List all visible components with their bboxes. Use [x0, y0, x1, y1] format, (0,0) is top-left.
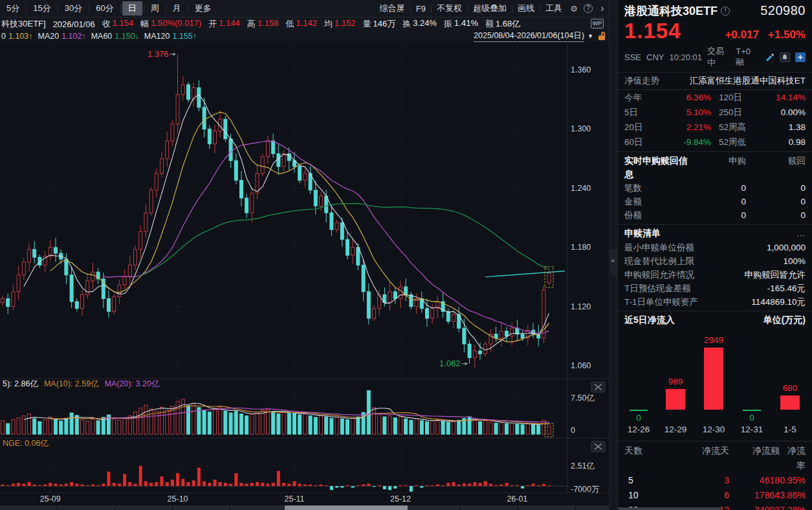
- alert-bell-icon[interactable]: [780, 52, 790, 62]
- period-tabs: 5分15分30分60分日周月更多: [0, 0, 218, 17]
- exchange-label: SSE: [624, 52, 641, 62]
- edit-pencil-icon[interactable]: [765, 52, 775, 62]
- panel-collapse-strip[interactable]: »: [609, 0, 618, 510]
- menu-item-1[interactable]: F9: [411, 3, 431, 15]
- period-tab-15分[interactable]: 15分: [27, 1, 57, 16]
- ma-item: MA201.102↑: [38, 32, 85, 41]
- inflow-zero-label: 0: [749, 413, 754, 423]
- candle-body: [298, 166, 302, 180]
- flow-bar: [12, 483, 15, 486]
- flow-bar: [28, 482, 31, 486]
- list-title: 申赎清单: [624, 228, 661, 239]
- flow-table-cell: 10: [624, 488, 658, 503]
- volume-bar: [91, 419, 94, 434]
- realtime-title: 实时申购赎回信息: [624, 154, 696, 181]
- info-field-label: 幅: [140, 18, 149, 30]
- help-icon[interactable]: ?: [584, 4, 593, 13]
- scrollbar-thumb[interactable]: [285, 505, 408, 510]
- volume-bar: [81, 420, 84, 435]
- volume-bar: [33, 419, 36, 434]
- info-field: 幅1.50%(0.017): [140, 18, 201, 30]
- period-tab-更多[interactable]: 更多: [188, 1, 218, 16]
- panel-scrollbar[interactable]: [618, 507, 721, 510]
- candle-body: [17, 275, 20, 292]
- volume-bar: [351, 418, 355, 434]
- instrument-code: 520980: [760, 3, 806, 18]
- flow-bar: [224, 483, 227, 486]
- info-field: 额1.68亿: [485, 18, 520, 30]
- close-panel-button[interactable]: [591, 441, 605, 452]
- volume-bar: [378, 414, 381, 435]
- flow-bar: [357, 485, 360, 486]
- add-watchlist-icon[interactable]: [795, 52, 806, 62]
- period-tab-30分[interactable]: 30分: [58, 1, 89, 16]
- nav-trend-row[interactable]: 净值走势 汇添富恒生港股通中国科技ET: [618, 72, 812, 90]
- flow-bar: [446, 483, 450, 486]
- flow-bar: [49, 483, 52, 486]
- flow-bar: [214, 480, 217, 486]
- flow-bar: [484, 482, 487, 486]
- more-ellipsis-icon[interactable]: …: [796, 228, 806, 239]
- volume-bar: [505, 424, 509, 435]
- indicator-tick-label: 2.51亿: [571, 461, 595, 471]
- unlock-icon[interactable]: [598, 32, 606, 41]
- flow-bar: [113, 483, 116, 486]
- menu-item-3[interactable]: 超级叠加: [468, 1, 512, 16]
- volume-bar: [320, 416, 323, 434]
- flow-bar: [192, 480, 195, 486]
- period-tab-5分[interactable]: 5分: [0, 1, 26, 16]
- quote-time: 10:20:01: [669, 52, 702, 62]
- period-tab-日[interactable]: 日: [122, 1, 142, 16]
- time-axis-label: 25-11: [284, 494, 304, 504]
- perf-label: 120日: [711, 91, 751, 104]
- chart-horizontal-scrollbar[interactable]: [0, 505, 609, 510]
- period-tab-周[interactable]: 周: [144, 1, 166, 16]
- period-tab-月[interactable]: 月: [166, 1, 188, 16]
- candle-body: [499, 331, 503, 338]
- flow-bar: [452, 482, 455, 486]
- menu-item-2[interactable]: 不复权: [432, 1, 467, 16]
- candle-body: [388, 292, 391, 303]
- range-collapse-icon[interactable]: ▼: [587, 33, 593, 39]
- flow-stats-section: 天数净流天净流额净流率 5346180.95%106178643.86%2012…: [618, 441, 812, 510]
- candle-body: [473, 351, 476, 358]
- inflow-value-label: 2949: [704, 335, 723, 345]
- ma-value: 1.103↑: [8, 32, 33, 41]
- instrument-name: 港股通科技30ETF: [624, 3, 718, 19]
- wp-tool-icon[interactable]: WP: [591, 19, 604, 28]
- settings-gear-icon[interactable]: ⚙: [567, 4, 580, 14]
- info-field-label: 振: [444, 18, 452, 30]
- indicator-label: NGE: 0.06亿: [3, 438, 49, 449]
- flow-table-header-cell: 天数: [624, 443, 658, 473]
- close-panel-button[interactable]: [591, 382, 605, 392]
- flow-bar: [415, 485, 418, 486]
- volume-bar: [256, 412, 259, 435]
- indicator-tick-label: 7.50亿: [571, 394, 595, 403]
- menu-item-4[interactable]: 画线: [512, 1, 540, 16]
- performance-row: 今年6.36%120日14.14%: [618, 90, 812, 105]
- inflow-date-label: 12-30: [703, 425, 725, 434]
- chart-area[interactable]: 1.3761.0621.3601.3001.2401.1801.1201.060…: [0, 41, 609, 493]
- inflow-bar: [780, 395, 800, 410]
- inflow-date-label: 12-29: [664, 425, 687, 434]
- volume-bar: [499, 423, 503, 434]
- volume-bar: [521, 425, 524, 434]
- volume-bar: [516, 424, 519, 434]
- info-circle-icon[interactable]: !: [721, 6, 730, 16]
- visible-date-range[interactable]: 2025/08/04-2026/01/06(104日): [474, 30, 584, 42]
- realtime-row: 金额00: [618, 195, 812, 208]
- menu-item-0[interactable]: 综合屏: [375, 1, 410, 16]
- flow-bar: [463, 483, 466, 486]
- volume-bar: [346, 420, 349, 435]
- time-axis-label: 25-12: [390, 494, 411, 504]
- kline-chart-svg[interactable]: 1.3761.0621.3601.3001.2401.1801.1201.060…: [0, 41, 609, 493]
- volume-bar: [123, 418, 126, 435]
- redeem-value: 0: [746, 195, 806, 208]
- volume-bar: [22, 416, 25, 435]
- period-tab-60分[interactable]: 60分: [89, 1, 120, 16]
- expand-toolbar-icon[interactable]: ›: [596, 3, 609, 14]
- info-field-value: 1.41%: [454, 18, 478, 30]
- volume-bar: [54, 419, 58, 434]
- menu-item-5[interactable]: 工具: [540, 1, 567, 16]
- performance-row: 20日2.21%52周高1.38: [618, 120, 812, 135]
